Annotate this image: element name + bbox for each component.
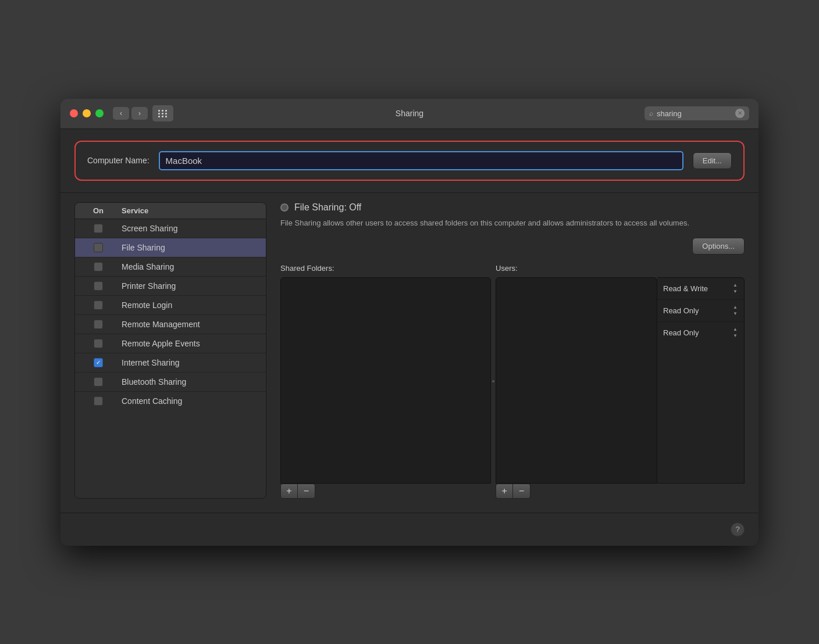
services-panel: On Service Screen Sharing File Sharing: [74, 202, 266, 499]
stepper-down-2[interactable]: ▼: [732, 333, 738, 339]
service-item-remote-apple-events[interactable]: Remote Apple Events: [75, 334, 266, 353]
shared-folders-list[interactable]: [280, 277, 491, 484]
permission-item-0[interactable]: Read & Write ▲ ▼: [657, 278, 744, 300]
service-label-internet-sharing: Internet Sharing: [122, 358, 180, 367]
traffic-lights: [70, 109, 104, 117]
back-button[interactable]: ‹: [113, 107, 129, 120]
add-user-button[interactable]: +: [496, 484, 513, 499]
service-item-printer-sharing[interactable]: Printer Sharing: [75, 277, 266, 296]
check-icon: ✓: [96, 360, 101, 366]
stepper-up-0[interactable]: ▲: [732, 282, 738, 288]
search-clear-button[interactable]: ✕: [735, 109, 745, 118]
options-row: Options...: [280, 238, 745, 255]
permission-stepper-0: ▲ ▼: [732, 282, 738, 295]
close-button[interactable]: [70, 109, 78, 117]
checkbox-content-caching[interactable]: [94, 396, 103, 406]
help-button[interactable]: ?: [731, 523, 745, 536]
stepper-up-2[interactable]: ▲: [732, 327, 738, 332]
header-service: Service: [122, 206, 148, 215]
service-item-bluetooth-sharing[interactable]: Bluetooth Sharing: [75, 373, 266, 392]
checkbox-remote-apple-events[interactable]: [94, 339, 103, 348]
resizer-dot: [492, 380, 494, 382]
system-preferences-window: ‹ › Sharing ⌕ ✕ Computer Name: Edit...: [60, 99, 759, 546]
grid-view-button[interactable]: [152, 105, 173, 121]
status-dot: [280, 203, 289, 212]
service-title-row: File Sharing: Off: [280, 202, 745, 213]
checkbox-cell: [75, 243, 122, 252]
service-label-bluetooth-sharing: Bluetooth Sharing: [122, 377, 186, 387]
remove-user-button[interactable]: −: [513, 484, 530, 499]
nav-buttons: ‹ ›: [113, 107, 148, 120]
stepper-up-1[interactable]: ▲: [732, 305, 738, 310]
permission-item-1[interactable]: Read Only ▲ ▼: [657, 300, 744, 322]
bottom-bar: ?: [60, 513, 759, 546]
service-item-screen-sharing[interactable]: Screen Sharing: [75, 219, 266, 238]
users-section: Users: Read & Write ▲ ▼: [496, 264, 745, 499]
service-item-media-sharing[interactable]: Media Sharing: [75, 257, 266, 277]
maximize-button[interactable]: [95, 109, 104, 117]
users-add-remove-bar: + −: [496, 484, 745, 499]
remove-folder-button[interactable]: −: [298, 484, 315, 499]
users-list[interactable]: [496, 277, 657, 484]
service-title: File Sharing: Off: [294, 202, 361, 213]
window-title: Sharing: [396, 109, 423, 118]
services-header: On Service: [75, 203, 266, 219]
checkbox-internet-sharing[interactable]: ✓: [94, 358, 103, 367]
service-label-remote-management: Remote Management: [122, 320, 200, 329]
checkbox-cell: [75, 262, 122, 271]
service-description: File Sharing allows other users to acces…: [280, 217, 745, 229]
computer-name-row: Computer Name: Edit...: [87, 151, 732, 170]
checkbox-media-sharing[interactable]: [94, 262, 103, 271]
checkbox-file-sharing[interactable]: [94, 243, 103, 252]
checkbox-cell: [75, 377, 122, 387]
service-label-media-sharing: Media Sharing: [122, 262, 174, 271]
main-content: On Service Screen Sharing File Sharing: [60, 193, 759, 513]
permission-stepper-1: ▲ ▼: [732, 305, 738, 317]
checkbox-bluetooth-sharing[interactable]: [94, 377, 103, 387]
checkbox-cell: ✓: [75, 358, 122, 367]
options-button[interactable]: Options...: [692, 238, 745, 255]
permission-item-2[interactable]: Read Only ▲ ▼: [657, 322, 744, 344]
checkbox-screen-sharing[interactable]: [94, 224, 103, 233]
service-item-file-sharing[interactable]: File Sharing: [75, 238, 266, 257]
checkbox-cell: [75, 396, 122, 406]
computer-name-section: Computer Name: Edit...: [74, 141, 745, 181]
search-input[interactable]: [657, 109, 732, 118]
add-folder-button[interactable]: +: [280, 484, 298, 499]
computer-name-input[interactable]: [159, 151, 683, 170]
shared-folders-section: Shared Folders: + −: [280, 264, 491, 499]
service-item-content-caching[interactable]: Content Caching: [75, 392, 266, 410]
titlebar: ‹ › Sharing ⌕ ✕: [60, 99, 759, 129]
search-box[interactable]: ⌕ ✕: [644, 106, 749, 120]
checkbox-remote-login[interactable]: [94, 300, 103, 310]
checkbox-cell: [75, 339, 122, 348]
checkbox-cell: [75, 320, 122, 329]
header-on: On: [75, 206, 122, 215]
checkbox-cell: [75, 281, 122, 291]
panel-resizer[interactable]: [491, 264, 496, 499]
permission-stepper-2: ▲ ▼: [732, 327, 738, 339]
users-area: Read & Write ▲ ▼ Read Only ▲ ▼: [496, 277, 745, 484]
forward-button[interactable]: ›: [131, 107, 148, 120]
service-label-screen-sharing: Screen Sharing: [122, 224, 178, 233]
service-label-printer-sharing: Printer Sharing: [122, 281, 176, 291]
folders-users-area: Shared Folders: + − Users:: [280, 264, 745, 499]
permission-label-2: Read Only: [663, 328, 699, 337]
permission-label-0: Read & Write: [663, 284, 708, 293]
service-item-remote-management[interactable]: Remote Management: [75, 315, 266, 334]
stepper-down-1[interactable]: ▼: [732, 311, 738, 317]
stepper-down-0[interactable]: ▼: [732, 289, 738, 295]
checkbox-remote-management[interactable]: [94, 320, 103, 329]
folders-add-remove-bar: + −: [280, 484, 491, 499]
permissions-list: Read & Write ▲ ▼ Read Only ▲ ▼: [657, 277, 745, 484]
edit-button[interactable]: Edit...: [693, 152, 732, 169]
minimize-button[interactable]: [83, 109, 91, 117]
service-item-remote-login[interactable]: Remote Login: [75, 296, 266, 315]
search-icon: ⌕: [649, 109, 653, 117]
right-panel: File Sharing: Off File Sharing allows ot…: [266, 202, 745, 499]
service-item-internet-sharing[interactable]: ✓ Internet Sharing: [75, 353, 266, 373]
computer-name-label: Computer Name:: [87, 156, 149, 165]
service-label-remote-login: Remote Login: [122, 300, 172, 310]
grid-icon: [158, 110, 168, 117]
checkbox-printer-sharing[interactable]: [94, 281, 103, 291]
